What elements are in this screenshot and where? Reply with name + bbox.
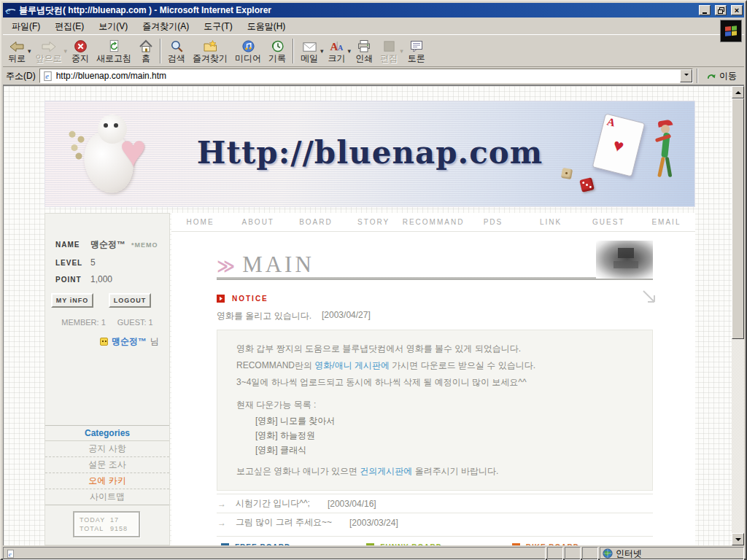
category-notice[interactable]: 공지 사항 [45,441,169,457]
triangle-up-icon [735,88,741,94]
home-icon [139,38,153,53]
discuss-button[interactable]: 토론 [404,36,429,66]
address-input[interactable] [56,71,677,81]
toolbar-separator [293,39,294,63]
status-pane [565,547,581,560]
download-list-title: 현재 다운가능 목록 : [236,397,633,413]
close-icon: × [735,7,739,14]
back-button[interactable]: 뒤로 [4,36,29,66]
media-button[interactable]: 미디어 [231,36,265,66]
scrollbar-thumb[interactable] [732,98,744,339]
forward-button[interactable]: 앞으로 [32,36,66,66]
back-dropdown[interactable]: ▾ [28,47,31,55]
level-label: LEVEL [55,259,90,267]
address-separator [697,69,698,83]
go-label: 이동 [719,70,737,82]
forward-dropdown[interactable]: ▾ [64,47,68,55]
scroll-up-button[interactable] [732,86,744,98]
current-user-row: 맹순정™ 님 [45,335,169,348]
print-button[interactable]: 인쇄 [352,36,376,66]
nav-pds[interactable]: PDS [464,218,522,226]
post-date: [2003/04/16] [328,499,376,509]
nav-recommand[interactable]: RECOMMAND [403,218,465,226]
menu-file[interactable]: 파일(F) [4,18,47,35]
refresh-button[interactable]: 새로고침 [93,36,135,66]
heading-arrow-icon: ≫ [217,255,235,277]
fonts-dropdown[interactable]: ▾ [348,47,352,55]
search-button[interactable]: 검색 [164,36,189,66]
nav-link[interactable]: LINK [522,218,580,226]
visitor-counts: MEMBER: 1 GUEST: 1 [45,318,169,327]
address-label: 주소(D) [6,70,36,82]
menu-view[interactable]: 보기(V) [91,18,135,35]
movie-list-item: [영화] 클래식 [236,443,633,457]
edit-button[interactable]: 편집 [376,36,401,66]
windows-logo-icon [720,20,742,42]
post-title[interactable]: 시험기간 입니다^^; [236,497,310,510]
movie-list-item: [영화] 하늘정원 [236,428,633,443]
favorites-button[interactable]: 즐겨찾기 [189,36,231,66]
menu-help[interactable]: 도움말(H) [240,18,293,35]
title-bar: e 블루냅닷컴( http://bluenap.com ) - Microsof… [3,3,744,18]
fonts-button[interactable]: AA 크기 [325,36,349,66]
edit-dropdown[interactable]: ▾ [400,47,403,55]
minimize-icon [703,12,707,14]
home-button[interactable]: 홈 [135,36,157,66]
notice-line: 3~4일에 하나씩 업로드되고 동시에 하나씩 삭제 될 예정이니 많이 보세요… [236,374,633,391]
address-dropdown-button[interactable] [680,69,692,82]
favorites-icon [203,38,217,53]
free-board-header[interactable]: FREE BOARD [217,543,362,545]
total-value: 9158 [110,524,128,533]
tan-die-icon [561,168,573,179]
nav-email[interactable]: EMAIL [638,218,695,226]
page-columns: NAME 맹순정™ *MEMO LEVEL 5 POINT 1,000 [44,213,695,545]
profile-box: NAME 맹순정™ *MEMO LEVEL 5 POINT 1,000 [45,214,169,284]
profile-point-row: POINT 1,000 [55,274,169,284]
notice-headline[interactable]: 영화를 올리고 있습니다. [217,310,311,322]
mail-button[interactable]: 메일 [297,36,322,66]
vertical-scrollbar[interactable] [732,86,744,545]
logout-button[interactable]: LOGOUT [109,293,151,308]
funny-board-header[interactable]: FUNNY BOARD [362,543,507,545]
restore-icon [718,7,724,14]
mail-dropdown[interactable]: ▾ [320,47,324,55]
chevron-down-icon [684,74,689,78]
red-die-icon [579,177,595,192]
category-oekaki[interactable]: 오에 카키 [45,473,169,489]
suggest-board-link[interactable]: 건의게시판에 [360,466,412,476]
diagonal-arrow-icon [640,287,659,309]
address-input-box: e [39,69,693,83]
memo-link[interactable]: *MEMO [131,241,158,249]
nav-about[interactable]: ABOUT [229,218,287,226]
scroll-down-button[interactable] [732,533,744,545]
my-info-button[interactable]: MY iNFO [51,293,93,308]
go-button[interactable]: 이동 [702,70,741,82]
print-icon [357,38,371,53]
movie-list-item: [영화] 니모를 찾아서 [236,413,633,428]
nav-story[interactable]: STORY [345,218,403,226]
search-icon [170,38,184,53]
bike-board-header[interactable]: BIKE BOARD [508,543,653,545]
playing-card-graphic: A ♥ [581,112,683,201]
movie-board-link[interactable]: 영화/애니 게시판에 [314,360,390,370]
nav-board[interactable]: BOARD [287,218,344,226]
menu-tools[interactable]: 도구(T) [196,18,239,35]
site-nav: HOME ABOUT BOARD STORY RECOMMAND PDS LIN… [171,213,695,232]
category-survey[interactable]: 설문 조사 [45,457,169,473]
notice-headline-row: 영화를 올리고 있습니다. [2003/04/27] [217,310,653,322]
close-button[interactable]: × [731,5,743,15]
svg-text:e: e [45,72,49,80]
stop-button[interactable]: 중지 [68,36,93,66]
nav-guest[interactable]: GUEST [580,218,638,226]
point-label: POINT [55,276,90,284]
current-user-link[interactable]: 맹순정™ [112,335,147,348]
menu-favorites[interactable]: 즐겨찾기(A) [135,18,196,35]
menu-edit[interactable]: 편집(E) [47,18,91,35]
minimize-button[interactable] [699,5,711,15]
nav-home[interactable]: HOME [171,218,229,226]
post-title[interactable]: 그림 많이 그려 주세요~~ [236,516,332,529]
security-zone-pane: 인터넷 [600,547,744,560]
category-sitemap[interactable]: 사이트맵 [45,489,169,505]
restore-button[interactable] [715,5,727,15]
history-button[interactable]: 기록 [265,36,290,66]
